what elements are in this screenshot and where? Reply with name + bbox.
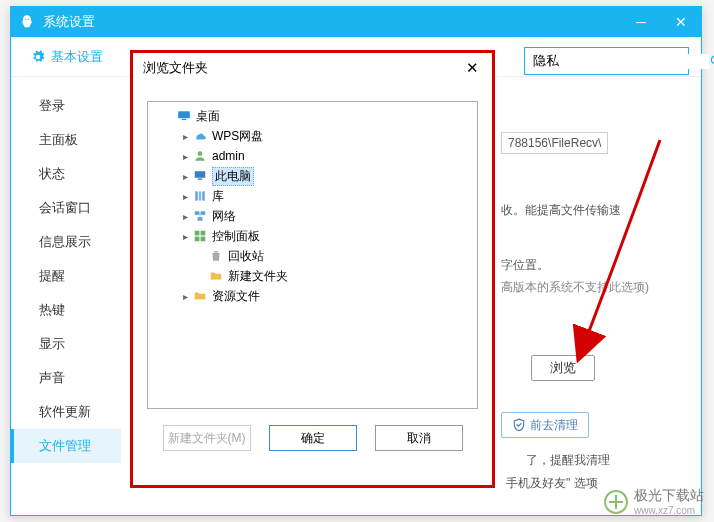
search-icon[interactable] [709, 48, 714, 74]
sidebar-item-filemanage[interactable]: 文件管理 [11, 429, 121, 463]
sidebar: 登录 主面板 状态 会话窗口 信息展示 提醒 热键 显示 声音 软件更新 文件管… [11, 77, 121, 515]
svg-rect-20 [201, 237, 206, 242]
folder-tree[interactable]: 桌面 ▸ WPS网盘 ▸ admin ▸ 此电脑 ▸ 库 ▸ 网络 ▸ [147, 101, 478, 409]
toolbar-tabs: 基本设置 [51, 48, 103, 66]
svg-rect-5 [182, 119, 187, 120]
tree-row-controlpanel[interactable]: ▸ 控制面板 [150, 226, 475, 246]
tree-row-desktop[interactable]: 桌面 [150, 106, 475, 126]
pc-icon [192, 168, 208, 184]
sidebar-item-label: 文件管理 [39, 437, 91, 455]
tree-arrow-icon[interactable]: ▸ [178, 291, 192, 302]
sidebar-item-label: 主面板 [39, 131, 78, 149]
sidebar-item-status[interactable]: 状态 [11, 157, 121, 191]
tree-row-newfolder[interactable]: 新建文件夹 [150, 266, 475, 286]
svg-rect-10 [195, 191, 197, 200]
sidebar-item-label: 会话窗口 [39, 199, 91, 217]
tree-label: 此电脑 [212, 167, 254, 186]
path-fragment: 788156\FileRecv\ [501, 132, 608, 154]
svg-point-1 [28, 19, 29, 20]
cancel-button[interactable]: 取消 [375, 425, 463, 451]
cleanup-button[interactable]: 前去清理 [501, 412, 589, 438]
titlebar: 系统设置 ─ ✕ [11, 7, 701, 37]
sidebar-item-label: 声音 [39, 369, 65, 387]
watermark: 极光下载站 www.xz7.com [604, 487, 704, 516]
sidebar-item-label: 信息展示 [39, 233, 91, 251]
folder-icon [208, 268, 224, 284]
sidebar-item-label: 热键 [39, 301, 65, 319]
sidebar-item-label: 提醒 [39, 267, 65, 285]
svg-rect-8 [198, 178, 202, 179]
svg-rect-4 [178, 111, 190, 118]
tree-label: 资源文件 [212, 288, 260, 305]
tree-row-thispc[interactable]: ▸ 此电脑 [150, 166, 475, 186]
sidebar-item-chat[interactable]: 会话窗口 [11, 191, 121, 225]
sidebar-item-hotkey[interactable]: 热键 [11, 293, 121, 327]
text-warn: 高版本的系统不支持此选项) [501, 279, 649, 296]
search-box[interactable] [524, 47, 689, 75]
tree-arrow-icon[interactable]: ▸ [178, 131, 192, 142]
svg-rect-11 [199, 191, 201, 200]
controlpanel-icon [192, 228, 208, 244]
sidebar-item-update[interactable]: 软件更新 [11, 395, 121, 429]
close-button[interactable]: ✕ [661, 7, 701, 37]
svg-rect-12 [202, 191, 204, 200]
tree-row-wps[interactable]: ▸ WPS网盘 [150, 126, 475, 146]
penguin-icon [19, 13, 35, 31]
user-icon [192, 148, 208, 164]
svg-rect-7 [195, 171, 206, 177]
desktop-icon [176, 108, 192, 124]
cleanup-label: 前去清理 [530, 417, 578, 434]
svg-rect-17 [195, 231, 200, 236]
svg-rect-19 [195, 237, 200, 242]
tree-label: 库 [212, 188, 224, 205]
svg-point-6 [198, 151, 203, 156]
tree-label: 桌面 [196, 108, 220, 125]
shield-icon [512, 418, 526, 432]
tree-arrow-icon[interactable]: ▸ [178, 171, 192, 182]
search-input[interactable] [525, 54, 709, 69]
tree-arrow-icon[interactable]: ▸ [178, 191, 192, 202]
browse-button[interactable]: 浏览 [531, 355, 595, 381]
new-folder-button: 新建文件夹(M) [163, 425, 251, 451]
tree-row-library[interactable]: ▸ 库 [150, 186, 475, 206]
tree-arrow-icon[interactable]: ▸ [178, 231, 192, 242]
tree-row-admin[interactable]: ▸ admin [150, 146, 475, 166]
dialog-footer: 新建文件夹(M) 确定 取消 [133, 425, 492, 451]
tree-label: 回收站 [228, 248, 264, 265]
network-icon [192, 208, 208, 224]
svg-rect-15 [198, 217, 203, 221]
tree-label: 网络 [212, 208, 236, 225]
library-icon [192, 188, 208, 204]
sidebar-item-display[interactable]: 显示 [11, 327, 121, 361]
tree-arrow-icon[interactable]: ▸ [178, 211, 192, 222]
svg-rect-14 [201, 211, 206, 215]
sidebar-item-sound[interactable]: 声音 [11, 361, 121, 395]
cloud-icon [192, 128, 208, 144]
text-receive: 收。能提高文件传输速 [501, 202, 621, 219]
folder-icon [192, 288, 208, 304]
sidebar-item-login[interactable]: 登录 [11, 89, 121, 123]
text-location: 字位置。 [501, 257, 549, 274]
svg-rect-18 [201, 231, 206, 236]
tree-label: WPS网盘 [212, 128, 263, 145]
dialog-close-button[interactable]: ✕ [462, 58, 482, 78]
tree-row-network[interactable]: ▸ 网络 [150, 206, 475, 226]
svg-rect-9 [197, 180, 203, 181]
svg-point-0 [25, 19, 26, 20]
watermark-icon [604, 490, 628, 514]
dialog-title: 浏览文件夹 [143, 59, 462, 77]
tree-arrow-icon[interactable]: ▸ [178, 151, 192, 162]
watermark-brand: 极光下载站 [634, 487, 704, 505]
minimize-button[interactable]: ─ [621, 7, 661, 37]
sidebar-item-remind[interactable]: 提醒 [11, 259, 121, 293]
tree-label: 控制面板 [212, 228, 260, 245]
recyclebin-icon [208, 248, 224, 264]
tab-basic-settings[interactable]: 基本设置 [51, 48, 103, 66]
sidebar-item-infodisplay[interactable]: 信息展示 [11, 225, 121, 259]
sidebar-item-label: 显示 [39, 335, 65, 353]
tree-row-recyclebin[interactable]: 回收站 [150, 246, 475, 266]
ok-button[interactable]: 确定 [269, 425, 357, 451]
text-remind1: 了，提醒我清理 [526, 452, 610, 469]
tree-row-resources[interactable]: ▸ 资源文件 [150, 286, 475, 306]
sidebar-item-mainpanel[interactable]: 主面板 [11, 123, 121, 157]
